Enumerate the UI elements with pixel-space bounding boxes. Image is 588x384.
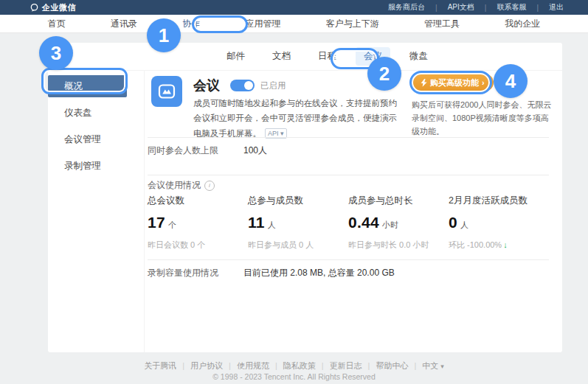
upgrade-icon bbox=[421, 79, 427, 87]
main-card: 邮件 文档 日程 会议 微盘 概况 仪表盘 会议管理 录制管理 会议 已启用 bbox=[48, 43, 562, 352]
brand-label: 企业微信 bbox=[42, 2, 76, 13]
subtab-mail[interactable]: 邮件 bbox=[218, 47, 253, 66]
footer-link-privacy-policy[interactable]: 隐私政策 bbox=[283, 360, 330, 371]
footer-language-selector[interactable]: 中文▾ bbox=[422, 360, 444, 371]
topbar-link-provider-console[interactable]: 服务商后台 bbox=[383, 2, 430, 13]
stat-value: 0.44 bbox=[348, 214, 379, 231]
sidebar: 概况 仪表盘 会议管理 录制管理 bbox=[48, 71, 145, 352]
annotation-step-1: 1 bbox=[147, 18, 181, 52]
nav-item-my-company[interactable]: 我的企业 bbox=[505, 18, 540, 30]
footer-link-user-agreement[interactable]: 用户协议 bbox=[190, 360, 237, 371]
buy-premium-label: 购买高级功能 bbox=[430, 77, 479, 88]
trend-down-icon: ↓ bbox=[503, 240, 508, 249]
step-number: 3 bbox=[51, 42, 61, 65]
footer-link-usage-rules[interactable]: 使用规范 bbox=[237, 360, 283, 371]
chevron-right-icon: › bbox=[482, 78, 485, 87]
footer-link-help-center[interactable]: 帮助中心 bbox=[376, 360, 422, 371]
stat-value: 0 bbox=[449, 214, 457, 231]
footer-link-about-tencent[interactable]: 关于腾讯 bbox=[144, 360, 190, 371]
step-number: 4 bbox=[505, 70, 516, 93]
wecom-logo-icon bbox=[30, 3, 39, 13]
meeting-enable-toggle[interactable] bbox=[230, 80, 255, 91]
stat-sub: 昨日参与时长 0.0 小时 bbox=[348, 240, 449, 251]
api-tag-label: API bbox=[268, 130, 279, 137]
stat-sub: 昨日参与成员 0 人 bbox=[248, 240, 348, 251]
stat-total-duration: 成员参与总时长 0.44小时 昨日参与时长 0.0 小时 bbox=[348, 195, 449, 251]
stat-unit: 人 bbox=[460, 220, 468, 231]
footer-link-changelog[interactable]: 更新日志 bbox=[330, 360, 376, 371]
caret-down-icon: ▾ bbox=[280, 130, 284, 137]
stat-value: 17 bbox=[148, 214, 165, 231]
stat-sub: 环比 -100.00%↓ bbox=[449, 240, 549, 251]
footer-language-label: 中文 bbox=[422, 360, 438, 371]
buy-premium-button[interactable]: 购买高级功能 › bbox=[412, 74, 494, 91]
footer-links: 关于腾讯 用户协议 使用规范 隐私政策 更新日志 帮助中心 中文▾ bbox=[0, 360, 588, 371]
brand[interactable]: 企业微信 bbox=[30, 2, 76, 13]
stat-total-participants: 总参与成员数 11人 昨日参与成员 0 人 bbox=[248, 195, 348, 251]
buy-premium-description: 购买后可获得2000人同时参会、无限云录制空间、1080P视频清晰度等多项高级功… bbox=[412, 98, 556, 138]
content: 会议 已启用 成员可随时随地发起和参与的在线会议，支持提前预约会议和立即开会，会… bbox=[145, 71, 562, 352]
stat-sub-text: 环比 -100.00% bbox=[449, 240, 502, 249]
capacity-row: 同时参会人数上限 100人 bbox=[148, 144, 267, 157]
topbar: 企业微信 服务商后台 API文档 联系客服 退出 bbox=[0, 0, 588, 15]
stat-monthly-active: 2月月度活跃成员数 0人 环比 -100.00%↓ bbox=[449, 195, 549, 251]
topbar-links: 服务商后台 API文档 联系客服 退出 bbox=[383, 2, 569, 13]
stat-total-meetings: 总会议数 17个 昨日会议数 0 个 bbox=[148, 195, 248, 251]
subtab-docs[interactable]: 文档 bbox=[264, 47, 299, 66]
capacity-value: 100人 bbox=[243, 144, 267, 157]
meeting-description: 成员可随时随地发起和参与的在线会议，支持提前预约会议和立即开会，会中可灵活管理参… bbox=[193, 96, 397, 141]
info-icon[interactable]: i bbox=[204, 181, 215, 191]
annotation-step-2: 2 bbox=[367, 57, 401, 91]
sidebar-item-dashboard[interactable]: 仪表盘 bbox=[48, 102, 144, 124]
meeting-title-row: 会议 已启用 bbox=[193, 77, 286, 94]
stat-value: 11 bbox=[248, 214, 265, 231]
buy-premium-column: 购买高级功能 › 购买后可获得2000人同时参会、无限云录制空间、1080P视频… bbox=[412, 74, 556, 138]
nav-item-home[interactable]: 首页 bbox=[48, 18, 66, 30]
caret-down-icon: ▾ bbox=[440, 363, 444, 370]
nav-item-customers[interactable]: 客户与上下游 bbox=[326, 18, 379, 30]
usage-section-title: 会议使用情况 i bbox=[148, 179, 215, 192]
stat-label: 成员参与总时长 bbox=[348, 195, 449, 207]
sidebar-item-overview[interactable]: 概况 bbox=[48, 75, 127, 97]
subtabs: 邮件 文档 日程 会议 微盘 bbox=[48, 43, 562, 71]
step-number: 1 bbox=[159, 24, 169, 47]
usage-section-title-text: 会议使用情况 bbox=[148, 179, 201, 192]
stat-label: 总会议数 bbox=[148, 195, 248, 207]
topbar-link-logout[interactable]: 退出 bbox=[531, 2, 569, 13]
topbar-link-contact-support[interactable]: 联系客服 bbox=[480, 2, 532, 13]
meeting-description-text: 成员可随时随地发起和参与的在线会议，支持提前预约会议和立即开会，会中可灵活管理参… bbox=[193, 99, 397, 138]
step-number: 2 bbox=[379, 63, 390, 85]
divider bbox=[148, 175, 549, 175]
sidebar-item-meeting-management[interactable]: 会议管理 bbox=[48, 128, 144, 150]
subtab-drive[interactable]: 微盘 bbox=[401, 47, 436, 66]
topbar-link-api-docs[interactable]: API文档 bbox=[430, 2, 480, 13]
stat-unit: 小时 bbox=[382, 220, 398, 231]
annotation-step-4: 4 bbox=[494, 64, 528, 98]
toggle-status-label: 已启用 bbox=[260, 80, 286, 91]
recording-label: 录制容量使用情况 bbox=[148, 267, 243, 279]
stat-label: 总参与成员数 bbox=[248, 195, 348, 207]
divider bbox=[148, 259, 549, 260]
subtab-schedule[interactable]: 日程 bbox=[310, 47, 345, 66]
nav-item-admin-tools[interactable]: 管理工具 bbox=[424, 18, 460, 30]
sidebar-item-recording-management[interactable]: 录制管理 bbox=[48, 155, 144, 177]
nav-item-collaboration[interactable]: 协作 bbox=[182, 18, 200, 30]
stat-label: 2月月度活跃成员数 bbox=[449, 195, 549, 207]
recording-value: 目前已使用 2.08 MB, 总容量 20.00 GB bbox=[243, 267, 395, 279]
nav-item-app-management[interactable]: 应用管理 bbox=[245, 18, 280, 30]
stat-sub: 昨日会议数 0 个 bbox=[148, 240, 248, 251]
capacity-label: 同时参会人数上限 bbox=[148, 144, 243, 157]
meeting-app-icon bbox=[151, 76, 182, 107]
toggle-knob bbox=[244, 81, 253, 90]
page: 企业微信 服务商后台 API文档 联系客服 退出 首页 通讯录 协作 应用管理 … bbox=[0, 0, 588, 384]
annotation-step-3: 3 bbox=[39, 36, 73, 70]
stat-unit: 个 bbox=[168, 220, 176, 231]
page-title: 会议 bbox=[193, 77, 220, 94]
stats-row: 总会议数 17个 昨日会议数 0 个 总参与成员数 11人 昨日参与成员 0 人… bbox=[148, 195, 549, 251]
nav-item-contacts[interactable]: 通讯录 bbox=[111, 18, 137, 30]
divider bbox=[148, 137, 549, 138]
copyright: © 1998 - 2023 Tencent Inc. All Rights Re… bbox=[0, 372, 588, 381]
stat-unit: 人 bbox=[268, 220, 276, 231]
recording-row: 录制容量使用情况 目前已使用 2.08 MB, 总容量 20.00 GB bbox=[148, 267, 395, 279]
main-nav: 首页 通讯录 协作 应用管理 客户与上下游 管理工具 我的企业 bbox=[0, 15, 588, 33]
